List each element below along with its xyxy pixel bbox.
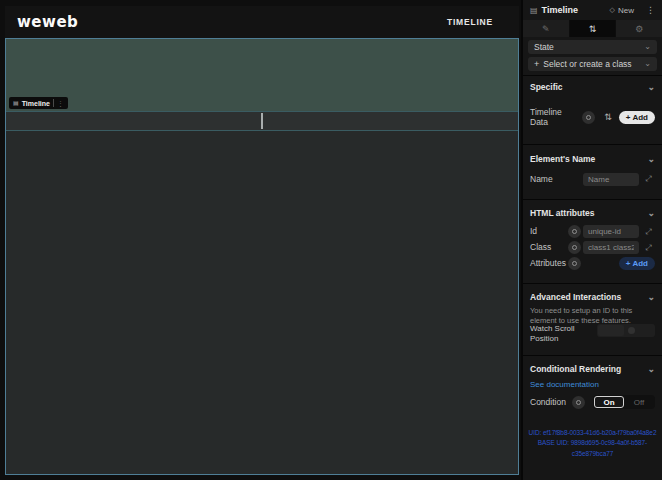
section-title: Advanced Interactions	[530, 292, 621, 302]
section-divider	[523, 355, 662, 356]
uid-value: UID: ef17f8b8-0033-41d6-b20a-f79ba0f4a8e…	[526, 428, 659, 438]
timeline-data-label: Timeline Data	[530, 107, 568, 127]
element-icon: ▤	[530, 6, 538, 15]
element-type-icon: ▤	[13, 100, 19, 106]
selected-element-badge[interactable]: ▤ Timeline ⋮	[9, 97, 68, 109]
new-button[interactable]: ◇ New	[610, 6, 634, 15]
section-title: HTML attributes	[530, 208, 595, 218]
badge-label: Timeline	[22, 100, 50, 107]
kebab-menu-icon[interactable]: ⋮	[646, 5, 655, 15]
class-selector-label: Select or create a class	[543, 59, 631, 69]
class-selector-dropdown[interactable]: + Select or create a class ⌄	[528, 57, 657, 71]
expand-icon[interactable]: ⤢	[642, 173, 655, 186]
advanced-interactions-helper-text: You need to setup an ID to this element …	[530, 306, 655, 326]
toggle-knob	[628, 327, 635, 334]
weweb-logo: weweb	[17, 13, 78, 31]
attributes-row: Attributes + Add	[523, 256, 662, 271]
timeline-header-block[interactable]: ▤ Timeline ⋮	[6, 39, 518, 111]
id-label: Id	[530, 226, 568, 236]
add-attribute-button[interactable]: + Add	[619, 257, 655, 270]
section-title: Conditional Rendering	[530, 364, 621, 374]
section-header-advanced-interactions[interactable]: Advanced Interactions ⌄	[523, 289, 662, 305]
section-divider	[523, 199, 662, 200]
condition-on-option[interactable]: On	[594, 396, 624, 408]
panel-title: Timeline	[542, 5, 578, 15]
class-label: Class	[530, 242, 568, 252]
sliders-icon: ⇅	[589, 24, 597, 34]
bind-data-icon[interactable]	[568, 257, 581, 270]
tab-settings[interactable]: ⇅	[570, 20, 616, 37]
badge-menu-icon[interactable]: ⋮	[57, 100, 64, 107]
attributes-label: Attributes	[530, 258, 568, 268]
section-title: Element's Name	[530, 154, 595, 164]
id-attribute-row: Id ⤢	[523, 224, 662, 239]
add-timeline-data-button[interactable]: + Add	[619, 111, 655, 124]
diamond-icon: ◇	[610, 6, 615, 14]
plus-icon: +	[534, 59, 539, 69]
expand-icon[interactable]: ⤢	[642, 225, 655, 238]
panel-tab-bar: ✎ ⇅ ⚙	[523, 20, 662, 37]
panel-header: ▤ Timeline ◇ New ⋮	[523, 0, 662, 20]
condition-off-option[interactable]: Off	[624, 396, 654, 408]
section-header-specific[interactable]: Specific ⌄	[523, 79, 662, 95]
toggle-track	[598, 325, 624, 336]
section-header-element-name[interactable]: Element's Name ⌄	[523, 151, 662, 167]
tab-advanced[interactable]: ⚙	[616, 20, 662, 37]
tab-style[interactable]: ✎	[523, 20, 569, 37]
element-settings-panel: ▤ Timeline ◇ New ⋮ ✎ ⇅ ⚙ State ⌄ +	[523, 0, 662, 480]
condition-row: Condition On Off	[523, 394, 662, 410]
timeline-row-strip[interactable]	[6, 111, 518, 131]
section-divider	[523, 75, 662, 76]
name-label: Name	[530, 174, 553, 184]
canvas-page-header: weweb TIMELINE	[5, 6, 519, 38]
state-dropdown-label: State	[534, 42, 554, 52]
brush-icon: ✎	[542, 24, 550, 34]
bind-data-icon[interactable]	[572, 396, 585, 409]
new-button-label: New	[618, 6, 634, 15]
name-input[interactable]	[583, 173, 639, 186]
section-divider	[523, 144, 662, 145]
id-input[interactable]	[583, 225, 639, 238]
condition-label: Condition	[530, 397, 570, 407]
section-divider	[523, 283, 662, 284]
class-attribute-row: Class ⤢	[523, 240, 662, 255]
timeline-data-row: Timeline Data ⇅ + Add	[523, 103, 662, 131]
state-dropdown[interactable]: State ⌄	[528, 40, 657, 54]
strip-column-divider	[261, 113, 263, 129]
watch-scroll-toggle-disabled	[597, 324, 655, 337]
element-name-row: Name ⤢	[523, 171, 662, 187]
bind-data-icon[interactable]	[568, 225, 581, 238]
uid-info: UID: ef17f8b8-0033-41d6-b20a-f79ba0f4a8e…	[526, 428, 659, 459]
condition-on-off-toggle: On Off	[593, 395, 655, 409]
expand-icon[interactable]: ⤢	[642, 241, 655, 254]
timeline-body-area[interactable]	[6, 131, 518, 474]
badge-divider	[53, 99, 54, 107]
bind-data-icon[interactable]	[568, 241, 581, 254]
class-input[interactable]	[583, 241, 639, 254]
timeline-element-selection[interactable]: ▤ Timeline ⋮	[5, 38, 519, 475]
base-uid-value: BASE UID: 9898d695-0c98-4a0f-b587-c35e87…	[526, 438, 659, 459]
watch-scroll-position-row: Watch Scroll Position	[523, 324, 662, 346]
gear-icon: ⚙	[635, 24, 643, 34]
page-title: TIMELINE	[447, 17, 493, 27]
see-documentation-link[interactable]: See documentation	[530, 380, 599, 389]
sort-icon[interactable]: ⇅	[604, 112, 612, 122]
bind-data-icon[interactable]	[582, 111, 595, 124]
weweb-editor-window: weweb TIMELINE ▤ Timeline ⋮ ▤ Timeline	[0, 0, 662, 480]
watch-scroll-label: Watch Scroll Position	[530, 324, 586, 343]
editor-canvas: weweb TIMELINE ▤ Timeline ⋮	[0, 0, 521, 480]
section-header-conditional-rendering[interactable]: Conditional Rendering ⌄	[523, 361, 662, 377]
section-header-html-attributes[interactable]: HTML attributes ⌄	[523, 205, 662, 221]
section-title: Specific	[530, 82, 563, 92]
